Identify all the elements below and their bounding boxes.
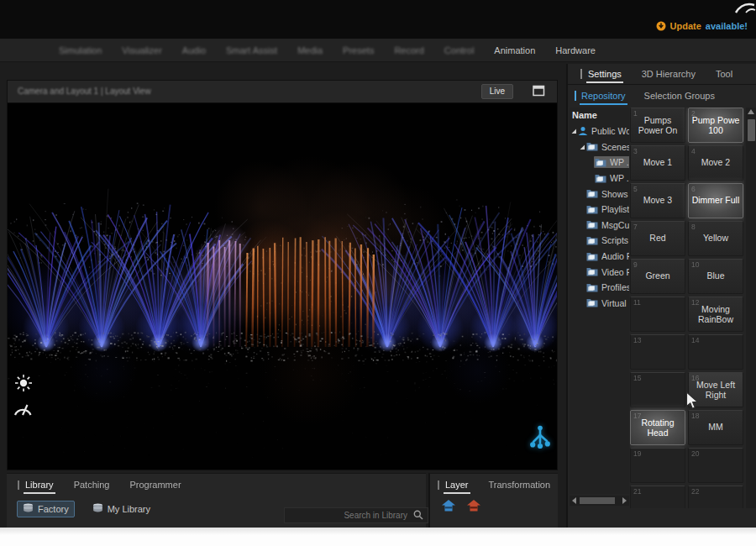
tree-item-label: MsgCues [601,220,629,230]
selection-group-13[interactable]: 13 [630,334,685,370]
live-button[interactable]: Live [481,84,513,99]
update-available-badge[interactable]: Update available! [656,21,748,31]
library-search [284,507,428,523]
folder-icon [586,205,598,214]
expand-arrow-icon[interactable] [579,144,585,150]
menu-item-audio[interactable]: Audio [182,45,206,55]
group-number: 13 [633,336,641,344]
selection-group-8-yellow[interactable]: 8Yellow [688,221,743,256]
selection-group-6-dimmer-full[interactable]: 6Dimmer Full [688,183,743,218]
library-source-my-library[interactable]: My Library [87,501,156,517]
group-number: 11 [633,298,641,307]
folder-icon [586,283,598,292]
tree-item-video-fi[interactable]: Video Fi... [570,264,629,280]
layer-tabs: LayerTransformation [430,474,558,490]
menu-item-visualizer[interactable]: Visualizer [122,45,162,55]
selection-group-4-move-2[interactable]: 4Move 2 [688,145,743,181]
selection-group-2-pump-powe-100[interactable]: 2Pump Powe 100 [688,108,743,143]
selection-group-21[interactable]: 21 [630,486,685,508]
menu-item-presets[interactable]: Presets [343,45,374,55]
tree-item-virtual[interactable]: Virtual ... [570,296,629,312]
selection-group-5-move-3[interactable]: 5Move 3 [630,183,685,218]
selection-group-18-mm[interactable]: 18MM [688,410,743,445]
tree-item-msgcues[interactable]: MsgCues [570,218,629,234]
selection-group-1-pumps-power-on[interactable]: 1Pumps Power On [630,108,685,143]
group-label: Pump Powe 100 [690,116,741,135]
tree-item-shows[interactable]: Shows [570,186,629,202]
update-icon [656,21,666,31]
maximize-icon[interactable] [533,85,545,100]
selection-group-17-rotating-head[interactable]: 17Rotating Head [630,410,685,445]
tab-programmer[interactable]: Programmer [129,480,181,490]
tree-item-label: Scenes [601,142,629,152]
tab-tool[interactable]: Tool [716,69,732,79]
layer-red-icon[interactable] [467,500,480,515]
repository-tree: Name Public Work...ScenesWP ...WP ...Sho… [570,108,629,494]
group-number: 8 [691,223,696,231]
scroll-right-arrow[interactable] [622,497,627,504]
selection-group-19[interactable]: 19 [630,448,685,483]
menu-item-simulation[interactable]: Simulation [59,45,102,55]
tree-item-scripts[interactable]: Scripts [570,233,629,249]
tree-item-public-work[interactable]: Public Work... [570,123,629,139]
folder-icon [586,220,598,229]
selection-group-7-red[interactable]: 7Red [630,221,685,256]
tree-item-playlists[interactable]: Playlists [570,202,629,218]
tree-item-audio-f[interactable]: Audio F... [570,249,629,265]
tree-item-wp[interactable]: WP ... [570,155,629,171]
tree-item-profiles[interactable]: Profiles [570,280,629,296]
selection-group-14[interactable]: 14 [688,334,743,370]
menu-item-animation[interactable]: Animation [494,45,535,55]
group-label: Pumps Power On [633,116,683,135]
tab-transformation[interactable]: Transformation [489,480,551,490]
menu-item-record[interactable]: Record [394,45,423,55]
selection-group-15[interactable]: 15 [630,372,685,407]
scroll-up-arrow[interactable] [748,109,754,114]
folder-icon [595,174,606,183]
database-icon [92,503,103,515]
tab-settings[interactable]: Settings [588,69,622,79]
menu-item-smart-assist[interactable]: Smart Assist [226,45,277,55]
folder-icon [586,142,598,151]
tree-column-header[interactable]: Name [570,108,629,123]
source-label: Factory [38,504,69,514]
library-source-factory[interactable]: Factory [17,501,75,517]
fountain-scene-canvas[interactable] [8,103,557,470]
selection-group-3-move-1[interactable]: 3Move 1 [630,145,685,181]
tab-3d-hierarchy[interactable]: 3D Hierarchy [642,69,696,79]
selection-group-22[interactable]: 22 [688,486,743,508]
group-number: 21 [633,487,641,496]
selection-group-20[interactable]: 20 [688,448,743,483]
tab-patching[interactable]: Patching [74,480,110,490]
scroll-thumb-horizontal[interactable] [580,497,615,504]
gauge-icon[interactable] [13,399,33,420]
selection-group-11[interactable]: 11 [630,297,685,332]
tree-item-scenes[interactable]: Scenes [570,139,629,155]
group-number: 18 [691,412,699,420]
scroll-thumb[interactable] [748,119,755,141]
nozzle-fountain-icon[interactable] [528,424,552,454]
menu-item-control[interactable]: Control [444,45,474,55]
search-icon[interactable] [412,508,428,523]
selection-group-16-move-left-right[interactable]: 16Move Left Right [688,372,743,407]
layer-blue-icon[interactable] [442,500,455,515]
library-panel: LibraryPatchingProgrammer FactoryMy Libr… [7,473,426,528]
group-number: 6 [691,185,696,193]
group-number: 19 [633,449,641,458]
tab-selection-groups[interactable]: Selection Groups [644,91,715,101]
selection-group-9-green[interactable]: 9Green [630,259,685,294]
expand-arrow-icon[interactable] [570,128,577,134]
selection-group-12-moving-rainbow[interactable]: 12Moving RainBow [688,297,743,332]
scroll-left-arrow[interactable] [572,497,576,504]
menu-item-hardware[interactable]: Hardware [555,45,596,55]
update-text: Update [670,21,701,31]
sun-icon[interactable] [14,374,33,396]
search-input[interactable] [285,511,412,520]
tab-layer[interactable]: Layer [445,480,469,490]
group-label: Blue [690,271,741,281]
tab-library[interactable]: Library [25,480,54,490]
menu-item-media[interactable]: Media [297,45,323,55]
tab-repository[interactable]: Repository [581,91,626,101]
selection-group-10-blue[interactable]: 10Blue [688,259,743,294]
tree-item-wp[interactable]: WP ... [570,171,629,186]
